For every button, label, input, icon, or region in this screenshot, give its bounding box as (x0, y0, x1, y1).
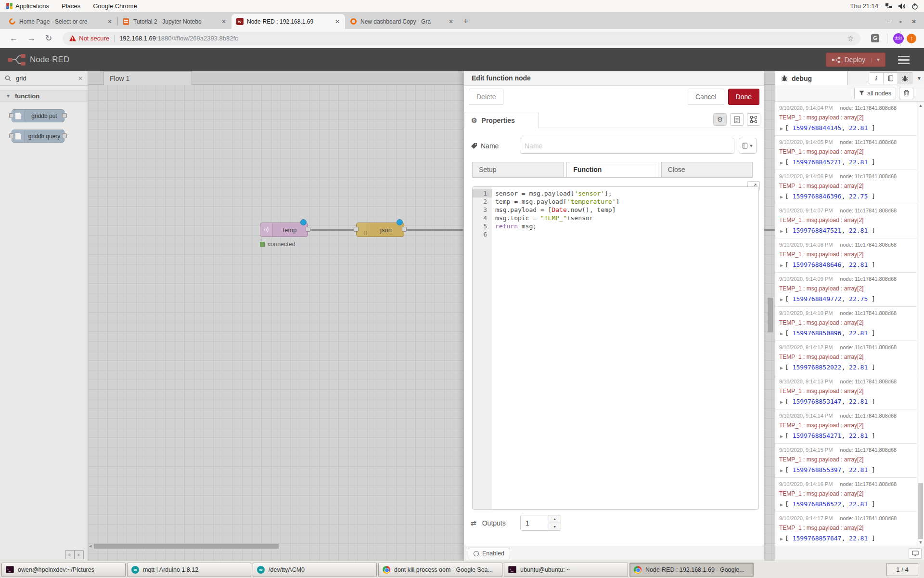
code-line[interactable]: temp = msg.payload['temperature'] (495, 197, 758, 206)
code-line[interactable]: sensor = msg.payload['sensor']; (495, 189, 758, 197)
expand-payload-icon[interactable]: ▶ (780, 365, 783, 370)
tab-grafana[interactable]: New dashboard Copy - Gra ✕ (345, 14, 459, 29)
code-line[interactable]: msg.payload = [Date.now(), temp] (495, 206, 758, 214)
address-bar[interactable]: Not secure 192.168.1.69 :1880/#flow/269a… (63, 32, 860, 45)
debug-message-payload[interactable]: ▶[ 1599768850896, 22.81 ] (779, 329, 914, 337)
main-menu-button[interactable] (898, 56, 910, 64)
volume-icon[interactable] (898, 3, 906, 10)
tab-close[interactable]: Close (661, 162, 753, 177)
palette-search-input[interactable] (15, 74, 74, 82)
minimize-icon[interactable]: – (887, 18, 890, 25)
clock[interactable]: Thu 21:14 (850, 2, 885, 10)
debug-message-payload[interactable]: ▶[ 1599768849772, 22.75 ] (779, 295, 914, 302)
vertical-scrollbar[interactable] (768, 298, 773, 332)
maximize-icon[interactable]: ▫ (900, 18, 902, 25)
applications-menu[interactable]: Applications (0, 0, 55, 12)
debug-message-payload[interactable]: ▶[ 1599768848646, 22.81 ] (779, 261, 914, 268)
debug-message-payload[interactable]: ▶[ 1599768845271, 22.81 ] (779, 158, 914, 166)
expand-payload-icon[interactable]: ▶ (780, 228, 783, 234)
taskbar-item-pictures-terminal[interactable]: ›_ owen@hpelnxdev:~/Pictures (1, 563, 126, 577)
tab-close-icon[interactable]: ✕ (448, 18, 454, 25)
expand-payload-icon[interactable]: ▶ (780, 126, 783, 131)
scroll-up-icon[interactable]: ▲ (917, 103, 924, 108)
hscroll-left-arrow-icon[interactable]: ◂ (89, 543, 92, 549)
expand-payload-icon[interactable]: ▶ (780, 331, 783, 336)
debug-scrollbar[interactable]: ▲ ▼ (917, 102, 924, 546)
tab-node-red-active[interactable]: ∞ Node-RED : 192.168.1.69 ✕ (231, 14, 345, 29)
enabled-toggle-button[interactable]: Enabled (468, 548, 510, 559)
tab-jupyter[interactable]: Tutorial 2 - Jupyter Notebo ✕ (118, 14, 231, 29)
tab-close-icon[interactable]: ✕ (220, 18, 227, 25)
taskbar-item-node-red-active[interactable]: Node-RED : 192.168.1.69 - Google... (629, 563, 754, 577)
outputs-spinner[interactable]: ▲ ▼ (520, 515, 561, 531)
back-icon[interactable]: ← (5, 34, 23, 43)
outputs-input[interactable] (521, 515, 549, 530)
debug-message-payload[interactable]: ▶[ 1599768854271, 22.81 ] (779, 432, 914, 439)
deploy-options-chevron-icon[interactable]: ▼ (871, 57, 885, 63)
temp-output-port[interactable] (306, 227, 310, 232)
debug-message-payload[interactable]: ▶[ 1599768852022, 22.81 ] (779, 364, 914, 371)
tab-close-icon[interactable]: ✕ (334, 18, 341, 25)
json-output-port[interactable] (402, 227, 407, 232)
not-secure-warning[interactable]: Not secure (69, 35, 109, 42)
scroll-down-icon[interactable]: ▼ (917, 540, 924, 545)
code-line[interactable]: return msg; (495, 222, 758, 230)
debug-message-payload[interactable]: ▶[ 1599768853147, 22.81 ] (779, 398, 914, 405)
debug-tab-button[interactable] (898, 72, 912, 84)
wire-temp-json[interactable] (308, 229, 357, 231)
network-icon[interactable] (885, 3, 892, 10)
expand-payload-icon[interactable]: ▶ (780, 536, 783, 541)
chrome-update-icon[interactable]: ↑ (907, 34, 916, 43)
cancel-button[interactable]: Cancel (688, 89, 724, 105)
expand-payload-icon[interactable]: ▶ (780, 194, 783, 199)
filter-all-nodes-button[interactable]: all nodes (854, 88, 896, 99)
taskbar-item-ttyacm0[interactable]: ∞ /dev/ttyACM0 (253, 563, 377, 577)
expand-payload-icon[interactable]: ▶ (780, 263, 783, 268)
name-input[interactable] (520, 138, 734, 154)
taskbar-item-google-search[interactable]: dont kill process oom - Google Sea... (378, 563, 502, 577)
expand-payload-icon[interactable]: ▶ (780, 160, 783, 165)
taskbar-item-arduino-mqtt[interactable]: ∞ mqtt | Arduino 1.8.12 (127, 563, 251, 577)
forward-icon[interactable]: → (23, 34, 40, 43)
code-editor[interactable]: 123456 sensor = msg.payload['sensor'];te… (472, 186, 759, 510)
horizontal-scrollbar[interactable] (94, 544, 279, 549)
delete-button[interactable]: Delete (469, 89, 503, 105)
tab-home-page[interactable]: Home Page - Select or cre ✕ (4, 14, 117, 29)
open-debug-window-button[interactable] (909, 548, 922, 559)
node-temp[interactable]: temp (260, 223, 308, 237)
description-button[interactable] (730, 113, 744, 126)
node-json[interactable]: {} json (356, 223, 404, 237)
tab-function[interactable]: Function (566, 162, 658, 177)
palette-node-griddb-put[interactable]: griddb put (12, 109, 64, 122)
close-window-icon[interactable]: ✕ (911, 18, 916, 25)
name-library-button[interactable]: ▼ (739, 138, 757, 154)
tab-debug[interactable]: debug (775, 71, 847, 85)
appearance-button[interactable] (747, 113, 760, 126)
debug-message-payload[interactable]: ▶[ 1599768844145, 22.81 ] (779, 124, 914, 131)
palette-category-function[interactable]: ▼ function (0, 90, 88, 102)
power-icon[interactable] (911, 3, 918, 10)
code-line[interactable] (495, 230, 758, 238)
debug-message-payload[interactable]: ▶[ 1599768856522, 22.81 ] (779, 500, 914, 508)
debug-message-payload[interactable]: ▶[ 1599768846396, 22.75 ] (779, 193, 914, 200)
palette-node-griddb-query[interactable]: griddb query (12, 130, 64, 143)
extension-icon[interactable]: G (871, 34, 879, 42)
tab-properties[interactable]: ⚙ Properties (464, 112, 539, 129)
debug-message-payload[interactable]: ▶[ 1599768855397, 22.81 ] (779, 466, 914, 473)
profile-avatar[interactable]: 太郎 (893, 33, 904, 44)
google-chrome-menu[interactable]: Google Chrome (87, 0, 143, 12)
debug-scroll-thumb[interactable] (918, 483, 923, 539)
clear-debug-button[interactable] (899, 88, 913, 99)
library-tab-button[interactable] (883, 72, 898, 84)
workspace-pager[interactable]: 1 / 4 (886, 563, 918, 576)
expand-payload-icon[interactable]: ▶ (780, 502, 783, 507)
tab-flow-1[interactable]: Flow 1 (103, 71, 192, 85)
info-tab-button[interactable]: i (869, 72, 884, 84)
new-tab-button[interactable]: + (459, 14, 473, 28)
spinner-up-icon[interactable]: ▲ (549, 515, 561, 523)
spinner-down-icon[interactable]: ▼ (549, 523, 561, 530)
sidebar-options-chevron-icon[interactable]: ▼ (917, 76, 922, 81)
expand-payload-icon[interactable]: ▶ (780, 468, 783, 473)
palette-search-box[interactable]: ✕ (0, 71, 88, 86)
json-input-port[interactable] (354, 227, 359, 232)
